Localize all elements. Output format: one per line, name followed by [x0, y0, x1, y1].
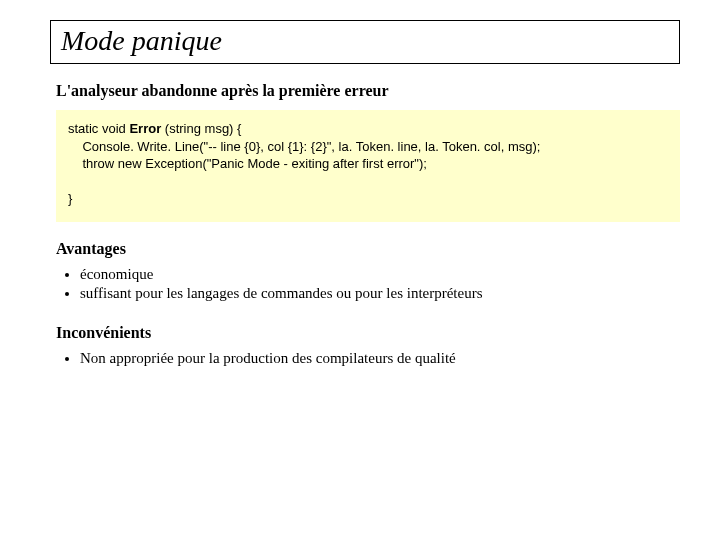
- disadvantages-list: Non appropriée pour la production des co…: [62, 350, 680, 367]
- slide: Mode panique L'analyseur abandonne après…: [0, 0, 720, 409]
- code-line-3: throw new Exception("Panic Mode - exitin…: [68, 156, 427, 171]
- slide-title: Mode panique: [61, 25, 669, 57]
- code-line-1-bold: Error: [129, 121, 161, 136]
- code-line-5: }: [68, 191, 72, 206]
- code-line-2: Console. Write. Line("-- line {0}, col {…: [68, 139, 540, 154]
- list-item: Non appropriée pour la production des co…: [80, 350, 680, 367]
- advantages-heading: Avantages: [56, 240, 680, 258]
- title-box: Mode panique: [50, 20, 680, 64]
- list-item: économique: [80, 266, 680, 283]
- code-block: static void Error (string msg) { Console…: [56, 110, 680, 222]
- disadvantages-heading: Inconvénients: [56, 324, 680, 342]
- subtitle: L'analyseur abandonne après la première …: [56, 82, 680, 100]
- code-line-1-post: (string msg) {: [161, 121, 241, 136]
- list-item: suffisant pour les langages de commandes…: [80, 285, 680, 302]
- advantages-list: économique suffisant pour les langages d…: [62, 266, 680, 302]
- code-line-1-pre: static void: [68, 121, 129, 136]
